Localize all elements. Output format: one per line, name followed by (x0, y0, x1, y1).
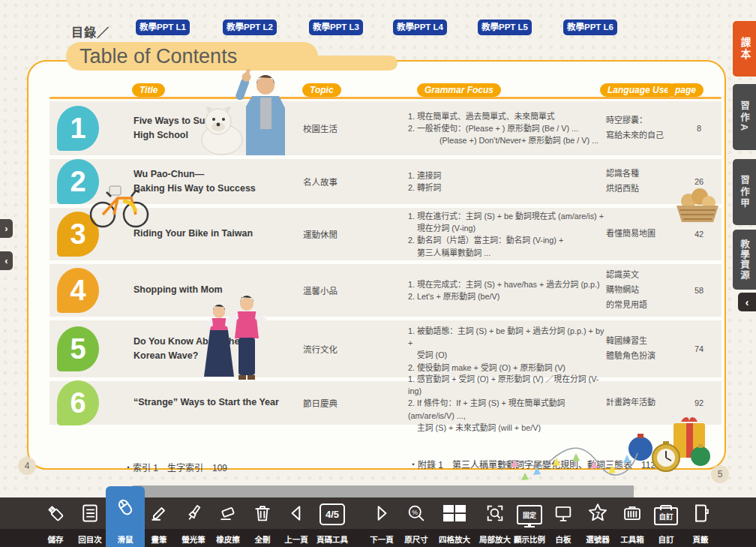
lesson-page-number: 58 (684, 286, 714, 295)
highlighter-icon (181, 501, 206, 525)
side-tab-textbook[interactable]: 課本 (733, 21, 756, 77)
lesson-grammar: 1. 現在簡單式、過去簡單式、未來簡單式 2. 一般祈使句：(Please + … (408, 110, 609, 147)
table-row: 4 Shopping with Mom 溫馨小品 1. 現在完成式：主詞 (S)… (50, 264, 722, 317)
lesson-page-number: 92 (684, 398, 714, 407)
page-tab-button[interactable]: 頁籤 (683, 497, 718, 547)
display-ratio-icon-text: 固定 (523, 510, 536, 520)
lesson-grammar: 1. 被動語態：主詞 (S) + be 動詞 + 過去分詞 (p.p.) + b… (408, 325, 609, 374)
number-picker-value: 7 (596, 510, 600, 518)
lesson-grammar: 1. 現在進行式：主詞 (S) + be 動詞現在式 (am/are/is) +… (408, 210, 609, 259)
lesson-title: Wu Pao-Chun— Baking His Way to Success (134, 167, 280, 197)
region-zoom-icon (482, 501, 508, 525)
lesson-language-use: 韓國練習生 體驗角色扮演 (606, 334, 681, 364)
column-header-grammar: Grammar Focus (417, 83, 501, 97)
custom-icon-text: 自訂 (658, 511, 673, 521)
prev-page-icon (284, 501, 309, 525)
whiteboard-icon (550, 501, 576, 525)
lesson-title: Five Ways to Survive High School (134, 114, 280, 143)
lesson-title: Shopping with Mom (134, 283, 280, 297)
lesson-topic: 名人故事 (303, 176, 386, 188)
appendix-item: ・附錄 1 第三人稱單數動詞字尾變化規則、動詞三態表 112 (409, 458, 656, 473)
lesson-language-use: 認識各種 烘焙西點 (606, 167, 681, 197)
toolbox-icon (620, 501, 645, 525)
back-to-toc-button[interactable]: 回目次 (73, 497, 107, 547)
lesson-title: Do You Know About the Korean Wave? (134, 335, 280, 364)
customize-button[interactable]: 自訂 自訂 (649, 497, 683, 547)
lesson-topic: 流行文化 (303, 343, 386, 355)
display-ratio-button[interactable]: 固定 顯示比例 (512, 497, 548, 547)
lesson-language-use: 計畫跨年活動 (606, 395, 681, 410)
region-zoom-button[interactable]: 局部放大 (476, 497, 514, 547)
pen-tool-button[interactable]: 畫筆 (142, 497, 176, 547)
mouse-tool-button-active[interactable]: 滑鼠 (106, 486, 145, 547)
left-panel-expand-button[interactable]: › (0, 219, 13, 238)
lesson-language-use: 時空膠囊： 寫給未來的自己 (606, 113, 681, 143)
page-indicator-box: 4/5 (320, 502, 345, 526)
delete-all-button[interactable]: 全刪 (245, 497, 280, 547)
lesson-number-badge: 4 (57, 268, 99, 313)
table-row: 1 Five Ways to Survive High School 校園生活 … (50, 101, 722, 155)
column-header-topic: Topic (302, 83, 341, 97)
page-title: Table of Contents (66, 42, 318, 71)
zoom-percent-icon: % (404, 501, 429, 525)
index-item: ・索引 1 生字索引 109 (124, 461, 227, 476)
left-panel-collapse-button[interactable]: ‹ (0, 251, 13, 270)
eraser-tool-button[interactable]: 橡皮擦 (211, 497, 245, 547)
lesson-grammar: 1. 連接詞 2. 轉折詞 (408, 170, 609, 194)
svg-text:%: % (412, 509, 418, 516)
side-tab-workbook-jia[interactable]: 習作甲 (733, 159, 756, 225)
header-divider-line (50, 97, 722, 99)
trash-icon (250, 501, 275, 525)
lesson-number-badge: 1 (57, 106, 99, 151)
chevron-right-icon: › (4, 223, 8, 234)
ppt-button-l4[interactable]: 教學PPT L4 (393, 20, 447, 35)
table-row: 6 “Strange” Ways to Start the Year 節日慶典 … (50, 381, 722, 425)
lesson-number-badge: 2 (57, 159, 99, 204)
column-header-page: page (668, 83, 704, 97)
quad-zoom-icon (442, 501, 467, 525)
page-tab-icon (688, 501, 713, 525)
pen-icon (146, 501, 172, 525)
mouse-icon (112, 495, 138, 519)
number-picker-button[interactable]: 7 選號器 (580, 497, 615, 547)
ppt-button-l3[interactable]: 教學PPT L3 (309, 20, 363, 35)
ebook-reader: 目錄／ Table of Contents 教學PPT L1 教學PPT L2 … (0, 0, 756, 547)
table-row: 2 Wu Pao-Chun— Baking His Way to Success… (50, 159, 722, 204)
lesson-page-number: 26 (684, 177, 714, 186)
lesson-title: “Strange” Ways to Start the Year (134, 395, 280, 410)
custom-icon: 自訂 (653, 504, 679, 528)
toc-icon (77, 501, 103, 525)
quad-zoom-button[interactable]: 四格放大 (434, 497, 476, 547)
table-row: 5 Do You Know About the Korean Wave? 流行文… (50, 320, 722, 377)
page-indicator-tool[interactable]: 4/5 頁碼工具 (306, 497, 358, 547)
highlighter-tool-button[interactable]: 螢光筆 (176, 497, 211, 547)
ppt-button-l6[interactable]: 教學PPT L6 (563, 20, 617, 35)
next-page-button[interactable]: 下一頁 (364, 497, 399, 547)
column-header-title: Title (132, 83, 165, 97)
side-tabs-collapse-button[interactable]: ‹ (738, 293, 756, 311)
ppt-button-l1[interactable]: 教學PPT L1 (136, 20, 190, 35)
usb-save-icon (43, 501, 68, 525)
column-header-language: Language Use (600, 83, 676, 97)
ppt-button-l5[interactable]: 教學PPT L5 (478, 20, 532, 35)
lesson-topic: 校園生活 (303, 122, 386, 134)
toolbox-button[interactable]: 工具箱 (615, 497, 650, 547)
toc-chinese-label: 目錄／ (71, 23, 110, 41)
number-picker-star-icon: 7 (585, 501, 610, 525)
lesson-number-badge: 5 (57, 326, 99, 371)
lesson-title: Riding Your Bike in Taiwan (134, 227, 280, 241)
side-tab-teaching-resources[interactable]: 教學資源 (733, 230, 756, 290)
lesson-page-number: 8 (684, 124, 714, 133)
ppt-button-l2[interactable]: 教學PPT L2 (223, 20, 277, 35)
page-title-text: Table of Contents (80, 45, 237, 68)
chevron-left-icon: ‹ (746, 296, 749, 308)
lesson-number-badge: 6 (57, 380, 99, 425)
side-tab-workbook-a[interactable]: 習作A (733, 84, 756, 150)
page-indicator-value[interactable]: 4/5 (320, 503, 345, 525)
lesson-grammar: 1. 現在完成式：主詞 (S) + have/has + 過去分詞 (p.p.)… (408, 278, 609, 302)
table-row: 3 Riding Your Bike in Taiwan 運動休閒 1. 現在進… (50, 208, 722, 260)
original-size-button[interactable]: % 原尺寸 (399, 497, 434, 547)
lesson-topic: 節日慶典 (303, 397, 386, 409)
whiteboard-button[interactable]: 白板 (546, 497, 580, 547)
save-button[interactable]: 儲存 (38, 497, 73, 547)
